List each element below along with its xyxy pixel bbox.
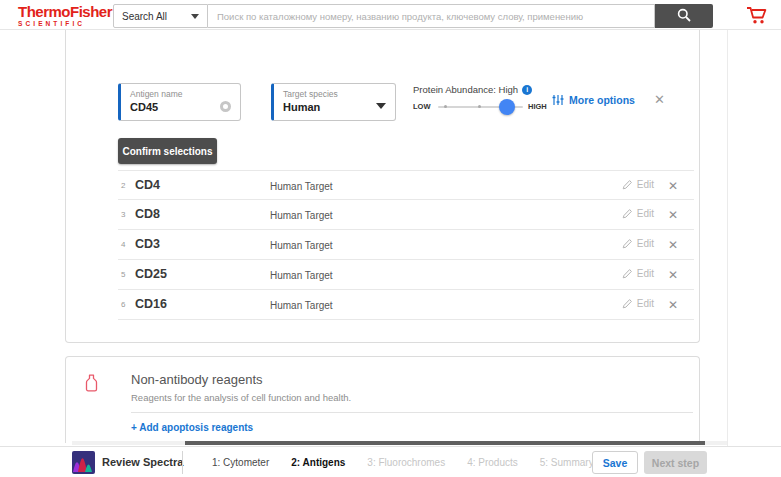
abundance-slider-handle[interactable] xyxy=(499,99,515,115)
edit-button[interactable]: Edit xyxy=(622,208,654,219)
row-target-species: Human Target xyxy=(270,240,333,251)
antigen-selection-card: Antigen name CD45 Target species Human P… xyxy=(65,30,700,343)
remove-row-icon[interactable] xyxy=(668,268,678,282)
edit-button[interactable]: Edit xyxy=(622,179,654,190)
antigen-row: 2 CD4 Human Target Edit xyxy=(118,170,694,200)
content-right-border xyxy=(727,30,728,477)
slider-low-label: LOW xyxy=(413,102,431,111)
horizontal-scrollbar-thumb[interactable] xyxy=(185,441,705,445)
thermofisher-logo[interactable]: ThermoFisher SCIENTIFIC xyxy=(18,4,112,28)
edit-label: Edit xyxy=(637,268,654,279)
top-header: ThermoFisher SCIENTIFIC Search All xyxy=(0,0,781,30)
antigen-name-value: CD45 xyxy=(130,101,232,113)
review-spectra-icon[interactable] xyxy=(72,451,95,474)
edit-label: Edit xyxy=(637,208,654,219)
step-antigens[interactable]: 2: Antigens xyxy=(291,457,345,468)
search-icon xyxy=(677,8,691,25)
target-species-label: Target species xyxy=(283,89,387,99)
next-step-button[interactable]: Next step xyxy=(644,451,707,474)
antigen-row: 5 CD25 Human Target Edit xyxy=(118,260,694,290)
antigen-row: 4 CD3 Human Target Edit xyxy=(118,230,694,260)
row-antigen-name: CD8 xyxy=(135,207,160,221)
row-index: 2 xyxy=(121,181,125,190)
step-summary: 5: Summary xyxy=(540,457,594,468)
divider xyxy=(131,412,693,413)
pencil-icon xyxy=(622,298,633,309)
confirm-selections-button[interactable]: Confirm selections xyxy=(118,138,217,164)
row-antigen-name: CD4 xyxy=(135,178,160,192)
antigen-rows: 2 CD4 Human Target Edit 3 CD8 Human Targ… xyxy=(118,170,694,320)
status-dot-icon xyxy=(220,101,231,112)
row-index: 4 xyxy=(121,240,125,249)
remove-row-icon[interactable] xyxy=(668,208,678,222)
slider-high-label: HIGH xyxy=(528,102,547,111)
non-antibody-subtitle: Reagents for the analysis of cell functi… xyxy=(131,392,351,403)
edit-label: Edit xyxy=(637,298,654,309)
slider-tick xyxy=(444,105,447,108)
pencil-icon xyxy=(622,238,633,249)
row-target-species: Human Target xyxy=(270,181,333,192)
page: ThermoFisher SCIENTIFIC Search All '' We… xyxy=(0,0,781,477)
antigen-row: 3 CD8 Human Target Edit xyxy=(118,200,694,230)
more-options-link[interactable]: More options xyxy=(552,94,635,106)
sliders-icon xyxy=(552,94,564,106)
row-index: 6 xyxy=(121,300,125,309)
more-options-label: More options xyxy=(569,94,635,106)
cart-icon[interactable] xyxy=(746,6,768,25)
save-button[interactable]: Save xyxy=(592,451,638,474)
target-species-value: Human xyxy=(283,101,387,113)
antigen-name-label: Antigen name xyxy=(130,89,232,99)
logo-wordmark: ThermoFisher xyxy=(18,4,112,19)
info-icon[interactable] xyxy=(522,85,532,95)
protein-abundance-label: Protein Abundance: High xyxy=(413,84,532,95)
antigen-name-field[interactable]: Antigen name CD45 xyxy=(118,83,241,121)
row-target-species: Human Target xyxy=(270,300,333,311)
search-input[interactable] xyxy=(208,4,655,28)
slider-tick xyxy=(478,105,481,108)
edit-label: Edit xyxy=(637,179,654,190)
remove-row-icon[interactable] xyxy=(668,238,678,252)
row-antigen-name: CD3 xyxy=(135,237,160,251)
edit-button[interactable]: Edit xyxy=(622,298,654,309)
row-antigen-name: CD16 xyxy=(135,297,167,311)
remove-row-icon[interactable] xyxy=(668,179,678,193)
chevron-down-icon xyxy=(191,14,199,19)
row-target-species: Human Target xyxy=(270,210,333,221)
search-button[interactable] xyxy=(655,4,713,28)
add-apoptosis-reagents-link[interactable]: + Add apoptosis reagents xyxy=(131,422,253,433)
pencil-icon xyxy=(622,208,633,219)
row-index: 3 xyxy=(121,210,125,219)
row-target-species: Human Target xyxy=(270,270,333,281)
search-category-value: Search All xyxy=(122,11,167,22)
pencil-icon xyxy=(622,268,633,279)
target-species-select[interactable]: Target species Human xyxy=(271,83,396,121)
remove-row-icon[interactable] xyxy=(668,298,678,312)
chevron-down-icon xyxy=(376,103,386,109)
wizard-footer: Review Spectra 1: Cytometer 2: Antigens … xyxy=(0,446,781,477)
divider xyxy=(182,451,183,474)
step-products: 4: Products xyxy=(467,457,518,468)
antigen-row: 6 CD16 Human Target Edit xyxy=(118,290,694,320)
non-antibody-title: Non-antibody reagents xyxy=(131,372,263,387)
non-antibody-reagents-card: Non-antibody reagents Reagents for the a… xyxy=(65,356,700,443)
edit-button[interactable]: Edit xyxy=(622,238,654,249)
step-cytometer[interactable]: 1: Cytometer xyxy=(212,457,269,468)
row-antigen-name: CD25 xyxy=(135,267,167,281)
close-form-icon[interactable] xyxy=(654,92,665,107)
search-category-dropdown[interactable]: Search All xyxy=(113,4,208,28)
row-index: 5 xyxy=(121,270,125,279)
edit-button[interactable]: Edit xyxy=(622,268,654,279)
reagent-bottle-icon xyxy=(85,374,98,396)
step-fluorochromes: 3: Fluorochromes xyxy=(367,457,445,468)
review-spectra-label: Review Spectra xyxy=(102,456,183,468)
protein-abundance-text: Protein Abundance: High xyxy=(413,84,518,95)
edit-label: Edit xyxy=(637,238,654,249)
wizard-steps: 1: Cytometer 2: Antigens 3: Fluorochrome… xyxy=(212,457,594,468)
logo-subtitle: SCIENTIFIC xyxy=(18,21,112,28)
pencil-icon xyxy=(622,179,633,190)
